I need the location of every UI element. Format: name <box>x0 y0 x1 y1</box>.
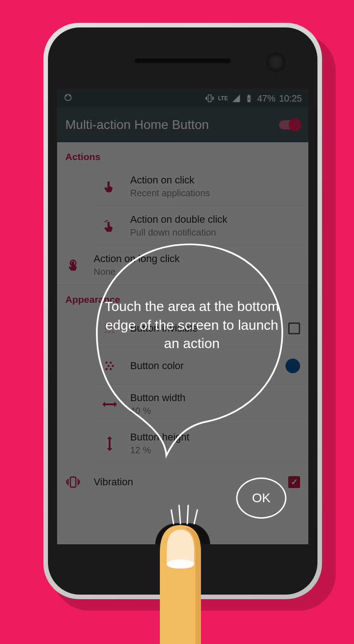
ok-label: OK <box>252 491 270 505</box>
item-subtitle: 40 % <box>130 406 300 416</box>
app-bar: Multi-action Home Button <box>57 107 308 142</box>
status-bar: LTE 47% 10:25 <box>57 89 308 107</box>
item-title: Action on click <box>130 174 300 186</box>
app-title: Multi-action Home Button <box>65 118 279 132</box>
item-subtitle: Recent applications <box>130 188 300 199</box>
item-title: Button height <box>130 431 300 443</box>
ok-button[interactable]: OK <box>236 478 286 519</box>
speaker-grill <box>135 59 231 63</box>
svg-point-15 <box>110 361 112 364</box>
status-right: LTE 47% 10:25 <box>205 93 302 104</box>
item-title: Button width <box>130 392 300 404</box>
double-tap-icon <box>102 219 117 233</box>
tutorial-text: Touch the area at the bottom edge of the… <box>96 297 288 353</box>
width-arrow-icon <box>102 400 117 409</box>
screen: LTE 47% 10:25 Multi-action Home Button A… <box>57 89 308 544</box>
vibration-checkbox[interactable] <box>288 476 300 488</box>
action-on-long-click-item[interactable]: Action on long click None <box>57 246 308 284</box>
item-subtitle: None <box>94 267 300 277</box>
svg-point-16 <box>107 365 110 367</box>
enable-toggle[interactable] <box>279 120 300 129</box>
tap-icon <box>102 180 117 193</box>
home-button-target[interactable] <box>155 523 210 544</box>
front-camera <box>266 53 285 72</box>
invisible-checkbox[interactable] <box>288 322 300 334</box>
button-width-item[interactable]: Button width 40 % <box>94 385 308 424</box>
long-press-icon <box>65 258 81 272</box>
actions-section-header: Actions <box>57 142 308 167</box>
svg-point-3 <box>106 220 108 221</box>
action-on-click-item[interactable]: Action on click Recent applications <box>94 167 308 206</box>
svg-point-18 <box>106 368 108 370</box>
item-subtitle: 12 % <box>130 445 300 456</box>
vibrate-icon <box>205 94 214 103</box>
cyanogen-icon <box>63 93 73 102</box>
phone-inner: LTE 47% 10:25 Multi-action Home Button A… <box>48 27 317 595</box>
item-subtitle: Pull down notification <box>130 227 300 238</box>
vibration-icon <box>65 476 81 488</box>
item-title: Action on long click <box>94 253 300 265</box>
svg-rect-20 <box>70 477 76 487</box>
status-left <box>63 93 73 104</box>
item-title: Button color <box>130 360 273 372</box>
svg-point-14 <box>106 361 108 364</box>
battery-text: 47% <box>257 93 275 104</box>
height-arrow-icon <box>102 436 117 451</box>
item-title: Action on double click <box>130 214 300 225</box>
svg-point-19 <box>110 368 112 370</box>
battery-charging-icon <box>244 94 254 103</box>
action-on-double-click-item[interactable]: Action on double click Pull down notific… <box>94 206 308 246</box>
button-height-item[interactable]: Button height 12 % <box>94 424 308 463</box>
svg-point-17 <box>112 365 114 367</box>
phone-frame: LTE 47% 10:25 Multi-action Home Button A… <box>43 23 322 599</box>
color-preview <box>285 359 300 373</box>
dots-icon <box>102 360 117 372</box>
lte-label: LTE <box>218 95 228 102</box>
svg-point-2 <box>105 221 106 222</box>
signal-icon <box>232 94 241 103</box>
clock-text: 10:25 <box>279 93 302 104</box>
